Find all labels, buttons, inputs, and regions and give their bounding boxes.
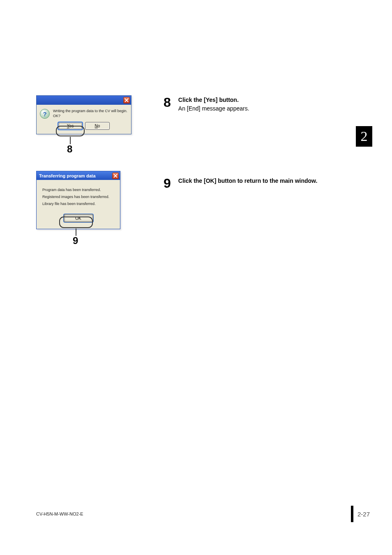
- close-button[interactable]: [123, 97, 130, 104]
- step-8-number: 8: [164, 96, 171, 109]
- transfer-line1: Program data has been transferred.: [42, 187, 116, 193]
- question-icon: ?: [40, 109, 50, 119]
- transfer-dialog-title: Transferring program data: [39, 173, 96, 178]
- page-number: 2-27: [357, 511, 370, 518]
- footer: CV-H5N-M-WW-NO2-E 2-27: [36, 506, 370, 522]
- transfer-body: Program data has been transferred. Regis…: [37, 180, 120, 211]
- chapter-tab: 2: [356, 126, 372, 147]
- footer-code: CV-H5N-M-WW-NO2-E: [36, 511, 83, 516]
- step-8-title: Click the [Yes] button.: [178, 96, 249, 104]
- step-9: 9 Click the [OK] button to return to the…: [164, 177, 317, 190]
- step-9-number: 9: [164, 177, 171, 190]
- close-button[interactable]: [112, 173, 119, 179]
- callout-ring-9: [59, 216, 93, 228]
- callout-number-8: 8: [67, 143, 72, 155]
- callout-ring-8: [56, 126, 85, 136]
- confirm-msg-line1: Writing the program data to the CV will …: [53, 109, 127, 114]
- confirm-message: Writing the program data to the CV will …: [53, 109, 127, 119]
- confirm-dialog-titlebar: [37, 96, 131, 105]
- step-9-title: Click the [OK] button to return to the m…: [178, 177, 318, 185]
- step-8-desc: An [End] message appears.: [178, 104, 249, 113]
- close-icon: [125, 98, 129, 102]
- step-8-text: Click the [Yes] button. An [End] message…: [178, 96, 249, 113]
- close-icon: [113, 174, 118, 178]
- footer-bar: [351, 506, 353, 522]
- no-button[interactable]: No: [85, 122, 110, 130]
- confirm-msg-line2: OK?: [53, 114, 127, 119]
- transfer-line3: Library file has been transferred.: [42, 200, 116, 207]
- step-9-text: Click the [OK] button to return to the m…: [178, 177, 318, 185]
- transfer-line2: Registered images has been transferred.: [42, 193, 116, 200]
- callout-number-9: 9: [73, 235, 78, 246]
- transfer-dialog-titlebar: Transferring program data: [37, 171, 120, 180]
- step-8: 8 Click the [Yes] button. An [End] messa…: [164, 96, 249, 113]
